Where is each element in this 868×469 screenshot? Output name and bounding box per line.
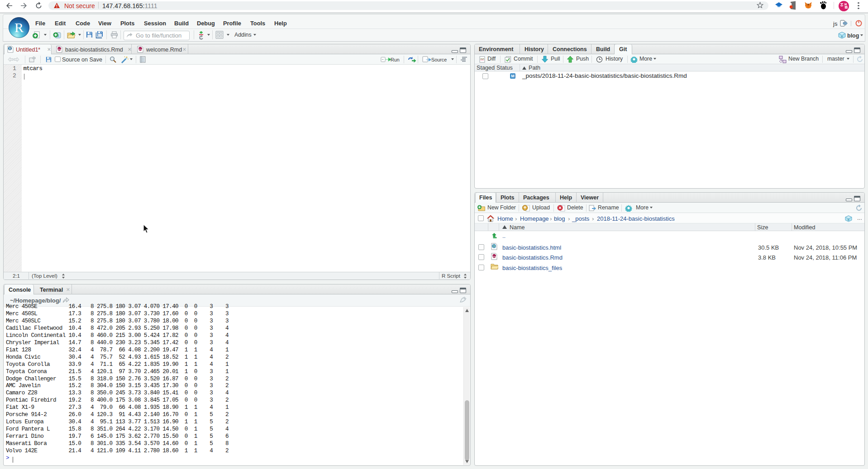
svg-text:R: R <box>841 35 843 38</box>
svg-text:R: R <box>9 47 11 51</box>
svg-text:Rmd: Rmd <box>491 255 497 257</box>
svg-text:R: R <box>848 218 850 221</box>
